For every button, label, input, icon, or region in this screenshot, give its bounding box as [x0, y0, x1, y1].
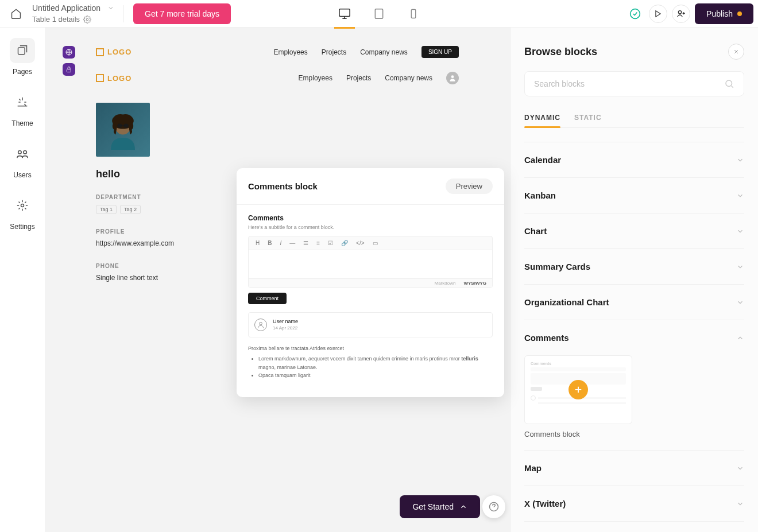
comment-date: 14 Apr 2022 — [273, 325, 298, 331]
logo-icon — [96, 74, 104, 82]
comment-text: Proxima bellare te tractata Atrides exer… — [248, 344, 493, 352]
gear-icon[interactable] — [83, 15, 91, 24]
chevron-up-icon — [736, 334, 744, 342]
tag: Tag 1 — [96, 205, 117, 214]
comment-body: Proxima bellare te tractata Atrides exer… — [248, 344, 493, 380]
sidebar-item-users[interactable]: Users — [10, 141, 35, 179]
profile-image — [96, 103, 150, 157]
preview-nav-2: LOGO Employees Projects Company news — [82, 65, 473, 91]
trial-button[interactable]: Get 7 more trial days — [133, 3, 231, 24]
modal-title: Comments block — [248, 181, 318, 191]
comments-block-modal: Comments block Preview Comments Here's a… — [237, 168, 504, 397]
nav-projects[interactable]: Projects — [346, 74, 371, 82]
nav-company-news[interactable]: Company news — [360, 48, 408, 56]
mobile-device-button[interactable] — [403, 3, 424, 24]
svg-rect-11 — [67, 69, 71, 72]
block-card-comments[interactable]: Comments Comments block — [524, 355, 632, 438]
status-indicator — [626, 5, 644, 23]
nav-company-news[interactable]: Company news — [385, 74, 432, 82]
user-plus-icon — [676, 9, 686, 18]
heading-tool[interactable]: H — [256, 240, 260, 246]
tablet-icon — [373, 8, 385, 20]
category-title: Calendar — [524, 155, 561, 165]
italic-tool[interactable]: I — [280, 240, 281, 246]
panel-title: Browse blocks — [524, 46, 597, 58]
close-button[interactable] — [728, 44, 744, 60]
desktop-device-button[interactable] — [334, 3, 355, 24]
sidebar-item-settings[interactable]: Settings — [10, 193, 35, 231]
svg-point-15 — [123, 124, 128, 128]
signup-button[interactable]: SIGN UP — [421, 46, 459, 58]
logo-text: LOGO — [107, 48, 132, 56]
pages-icon — [17, 45, 28, 56]
get-started-button[interactable]: Get Started — [400, 495, 480, 518]
code-tool[interactable]: </> — [356, 240, 364, 246]
category-org[interactable]: Organizational Chart — [524, 285, 744, 320]
category-kanban[interactable]: Kanban — [524, 178, 744, 213]
logo[interactable]: LOGO — [96, 48, 132, 56]
chevron-down-icon — [736, 464, 744, 472]
category-calendar[interactable]: Calendar — [524, 142, 744, 177]
logo[interactable]: LOGO — [96, 74, 132, 83]
nav-projects[interactable]: Projects — [322, 48, 346, 56]
home-icon — [10, 8, 22, 20]
category-chart[interactable]: Chart — [524, 213, 744, 248]
codeblock-tool[interactable]: ▭ — [373, 240, 378, 246]
home-button[interactable] — [5, 2, 28, 25]
wysiwyg-tab[interactable]: WYSIWYG — [463, 281, 486, 286]
close-icon — [733, 48, 740, 55]
play-button[interactable] — [649, 5, 667, 23]
sidebar-item-pages[interactable]: Pages — [10, 38, 35, 76]
nav-employees[interactable]: Employees — [299, 74, 332, 82]
category-comments[interactable]: Comments — [524, 320, 744, 355]
plus-icon — [573, 385, 583, 395]
tag: Tag 2 — [120, 205, 141, 214]
add-user-button[interactable] — [672, 5, 690, 23]
nav-employees[interactable]: Employees — [273, 48, 307, 56]
comments-title: Comments — [248, 214, 493, 222]
publish-button[interactable]: Publish — [695, 3, 753, 24]
globe-icon — [65, 49, 72, 56]
search-box[interactable] — [524, 71, 744, 96]
comment-submit-button[interactable]: Comment — [248, 293, 287, 304]
category-title: Summary Cards — [524, 262, 590, 271]
preview-button[interactable]: Preview — [446, 178, 493, 194]
desktop-icon — [338, 7, 351, 20]
add-block-button[interactable] — [568, 380, 588, 399]
tab-dynamic[interactable]: DYNAMIC — [524, 108, 560, 127]
preview-nav-1: LOGO Employees Projects Company news SIG… — [82, 39, 473, 65]
chevron-down-icon — [736, 192, 744, 200]
help-button[interactable] — [482, 495, 505, 518]
category-twitter[interactable]: X (Twitter) — [524, 486, 744, 521]
editor-textarea[interactable] — [249, 250, 492, 278]
category-title: Chart — [524, 226, 547, 236]
category-map[interactable]: Map — [524, 451, 744, 486]
category-title: X (Twitter) — [524, 499, 566, 508]
sidebar-item-theme[interactable]: Theme — [10, 90, 35, 127]
get-started-label: Get Started — [412, 502, 454, 511]
tab-static[interactable]: STATIC — [574, 108, 602, 127]
app-subtitle: Table 1 details — [32, 15, 80, 24]
svg-point-12 — [451, 75, 454, 78]
bold-tool[interactable]: B — [268, 240, 272, 246]
chevron-down-icon[interactable] — [107, 5, 114, 11]
sidebar-label: Users — [13, 171, 31, 179]
category-title: Map — [524, 463, 542, 473]
checklist-tool[interactable]: ☑ — [328, 240, 333, 246]
avatar[interactable] — [446, 72, 459, 84]
page-icon-lock[interactable] — [63, 63, 75, 76]
markdown-tab[interactable]: Markdown — [435, 281, 456, 286]
sidebar-label: Settings — [10, 223, 34, 231]
page-icon-globe[interactable] — [63, 46, 75, 59]
tablet-device-button[interactable] — [369, 3, 389, 24]
svg-point-4 — [631, 9, 640, 18]
svg-point-8 — [24, 151, 27, 154]
hr-tool[interactable]: — — [289, 240, 295, 246]
ol-tool[interactable]: ≡ — [316, 240, 320, 246]
comment-editor[interactable]: H B I — ☰ ≡ ☑ 🔗 </> ▭ Markdown WYSIWYG — [248, 236, 493, 288]
sidebar-label: Theme — [11, 119, 33, 127]
category-summary[interactable]: Summary Cards — [524, 249, 744, 284]
ul-tool[interactable]: ☰ — [303, 240, 308, 246]
search-input[interactable] — [534, 79, 724, 88]
link-tool[interactable]: 🔗 — [341, 240, 348, 246]
